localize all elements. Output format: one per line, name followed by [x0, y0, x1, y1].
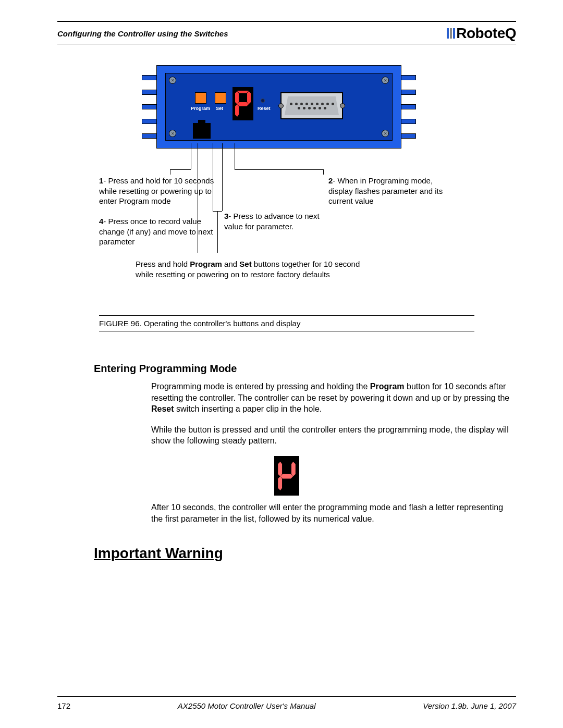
- callout-text: - Press and hold for 10 seconds while re…: [99, 176, 214, 205]
- digit-pattern-icon: [278, 461, 296, 490]
- set-label: Set: [216, 106, 223, 111]
- figure-caption: FIGURE 96. Operating the controller's bu…: [99, 315, 474, 331]
- svg-marker-6: [280, 474, 293, 479]
- callout-text: - Press once to record value change (if …: [99, 217, 213, 246]
- leader-line: [235, 169, 323, 170]
- serial-port-icon: [280, 92, 343, 119]
- callout-4: 4- Press once to record value change (if…: [99, 216, 219, 247]
- program-button-icon: [195, 92, 206, 104]
- header-section-title: Configuring the Controller using the Swi…: [57, 29, 228, 38]
- screw-icon: [382, 130, 389, 137]
- leader-line: [222, 143, 223, 211]
- device-body: Program Set Reset: [156, 65, 401, 149]
- version-string: Version 1.9b. June 1, 2007: [423, 701, 516, 710]
- callout-3: 3- Press to advance to next value for pa…: [224, 211, 339, 231]
- svg-marker-1: [247, 91, 251, 104]
- footer-rule: [57, 696, 516, 697]
- leader-line: [170, 169, 191, 170]
- pattern-display-icon: [274, 456, 299, 496]
- device-panel: Program Set Reset: [165, 73, 393, 141]
- callout-combined: Press and hold Program and Set buttons t…: [136, 259, 365, 280]
- svg-marker-7: [278, 462, 282, 476]
- screw-icon: [382, 77, 389, 84]
- page-footer: 172 AX2550 Motor Controller User's Manua…: [57, 701, 516, 710]
- entering-p1: Programming mode is entered by pressing …: [151, 381, 516, 415]
- callout-2: 2- When in Programing mode, display flas…: [328, 176, 448, 206]
- callout-text: - Press to advance to next value for par…: [224, 212, 320, 231]
- callout-text: - When in Programing mode, display flash…: [328, 176, 443, 205]
- entering-heading: Entering Programming Mode: [94, 363, 516, 375]
- top-rule: [57, 21, 516, 22]
- figure-diagram: Program Set Reset: [57, 65, 516, 310]
- svg-marker-2: [237, 102, 249, 106]
- leader-line: [235, 143, 235, 169]
- page-header: Configuring the Controller using the Swi…: [57, 25, 516, 44]
- controller-device: Program Set Reset: [156, 65, 401, 149]
- svg-marker-5: [291, 462, 296, 476]
- entering-p2: While the button is pressed and until th…: [151, 424, 516, 447]
- svg-marker-4: [235, 104, 239, 117]
- manual-title: AX2550 Motor Controller User's Manual: [178, 701, 316, 710]
- leader-line: [323, 169, 324, 175]
- leader-line: [191, 143, 191, 169]
- set-button-icon: [215, 92, 226, 104]
- screw-icon: [169, 130, 176, 137]
- callout-1: 1- Press and hold for 10 seconds while r…: [99, 176, 219, 206]
- page-number: 172: [57, 701, 70, 710]
- entering-p3: After 10 seconds, the controller will en…: [151, 502, 516, 524]
- svg-marker-8: [278, 476, 282, 490]
- svg-marker-3: [235, 91, 239, 104]
- warning-heading: Important Warning: [94, 545, 516, 562]
- rj-port-icon: [193, 123, 211, 139]
- svg-marker-0: [237, 91, 249, 93]
- program-label: Program: [191, 106, 210, 111]
- reset-label: Reset: [258, 106, 271, 111]
- leader-line: [170, 169, 170, 175]
- digit-p-icon: [235, 91, 251, 117]
- logo-bars-icon: [447, 28, 455, 39]
- logo-text: RoboteQ: [456, 25, 516, 42]
- screw-icon: [169, 77, 176, 84]
- brand-logo: RoboteQ: [447, 25, 516, 42]
- seven-seg-display-icon: [232, 87, 253, 120]
- reset-hole-icon: [261, 98, 265, 103]
